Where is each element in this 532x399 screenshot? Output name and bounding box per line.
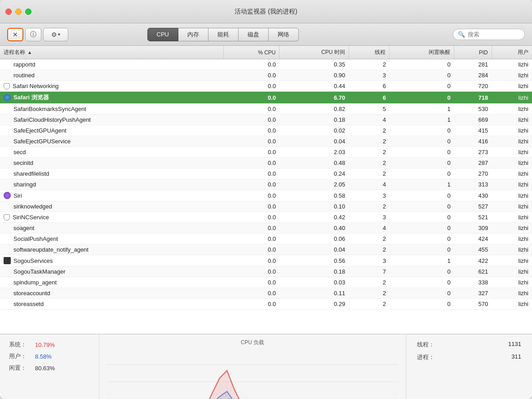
col-threads[interactable]: 线程	[349, 46, 390, 59]
table-row[interactable]: sharedfilelistd0.00.2420270lizhi	[0, 168, 532, 179]
col-name[interactable]: 进程名称 ▲	[0, 46, 223, 59]
process-threads-cell: 2	[349, 59, 390, 70]
process-name-label: SocialPushAgent	[13, 235, 58, 242]
process-cpu-time-cell: 0.42	[279, 212, 349, 223]
table-row[interactable]: softwareupdate_notify_agent0.00.0420455l…	[0, 244, 532, 255]
col-cpu-pct[interactable]: % CPU	[223, 46, 279, 59]
table-row[interactable]: SogouServices0.00.5631422lizhi	[0, 255, 532, 266]
process-name-label: SafariBookmarksSyncAgent	[13, 106, 86, 112]
process-cpu-time-cell: 0.03	[279, 277, 349, 288]
table-row[interactable]: storeassetd0.00.2920570lizhi	[0, 299, 532, 310]
table-row[interactable]: SafeEjectGPUAgent0.00.0220415lizhi	[0, 125, 532, 136]
table-row[interactable]: SafariCloudHistoryPushAgent0.00.1841669l…	[0, 115, 532, 125]
table-row[interactable]: routined0.00.9030284lizhi	[0, 70, 532, 81]
table-row[interactable]: SogouTaskManager0.00.1870621lizhi	[0, 266, 532, 277]
process-user-cell: lizhi	[492, 70, 532, 81]
process-cpu-time-cell: 0.11	[279, 288, 349, 299]
stats-left: 系统：10.79%用户：8.58%闲置：80.63%	[0, 334, 99, 399]
process-name-label: SafeEjectGPUAgent	[13, 127, 66, 134]
table-row[interactable]: SafeEjectGPUService0.00.0420416lizhi	[0, 136, 532, 147]
process-name-cell: SafariBookmarksSyncAgent	[0, 104, 223, 114]
process-idle-wake-cell: 1	[390, 179, 454, 190]
close-button[interactable]: ✕	[5, 9, 12, 15]
table-row[interactable]: secinitd0.00.4820287lizhi	[0, 158, 532, 168]
process-user-cell: lizhi	[492, 288, 532, 299]
tab-group: CPU内存能耗磁盘网络	[147, 28, 299, 41]
process-threads-cell: 4	[349, 223, 390, 234]
info-button[interactable]: ⓘ	[25, 28, 41, 41]
process-cpu-time-cell: 0.18	[279, 115, 349, 125]
table-row[interactable]: secd0.02.0320273lizhi	[0, 147, 532, 158]
process-cpu-pct-cell: 0.0	[223, 244, 279, 255]
process-pid-cell: 669	[454, 115, 492, 125]
tab-network[interactable]: 网络	[269, 28, 299, 41]
table-row[interactable]: Safari 浏览器0.06.7060718lizhi	[0, 92, 532, 104]
process-pid-cell: 621	[454, 266, 492, 277]
process-user-cell: lizhi	[492, 104, 532, 115]
process-user-cell: lizhi	[492, 125, 532, 136]
table-row[interactable]: spindump_agent0.00.0320338lizhi	[0, 277, 532, 288]
process-cpu-time-cell: 0.56	[279, 255, 349, 266]
tab-energy[interactable]: 能耗	[208, 28, 239, 41]
process-name-label: Siri	[13, 192, 22, 199]
siri-icon	[4, 192, 11, 199]
process-name-cell: storeaccountd	[0, 288, 223, 298]
process-user-cell: lizhi	[492, 277, 532, 288]
process-name-label: rapportd	[13, 61, 35, 68]
col-cpu-time[interactable]: CPU 时间	[279, 46, 349, 59]
process-name-label: secd	[13, 149, 26, 155]
stop-button[interactable]: ✕	[7, 28, 23, 41]
table-row[interactable]: SocialPushAgent0.00.0620424lizhi	[0, 234, 532, 244]
process-name-label: storeaccountd	[13, 290, 50, 297]
process-cpu-pct-cell: 0.0	[223, 288, 279, 299]
process-idle-wake-cell: 1	[390, 115, 454, 125]
process-cpu-time-cell: 0.04	[279, 136, 349, 147]
process-pid-cell: 720	[454, 81, 492, 92]
maximize-button[interactable]: +	[25, 9, 31, 15]
table-row[interactable]: sharingd0.02.0541313lizhi	[0, 179, 532, 190]
process-user-cell: lizhi	[492, 299, 532, 310]
process-cpu-time-cell: 0.44	[279, 81, 349, 92]
process-name-cell: Safari 浏览器	[0, 92, 223, 103]
process-idle-wake-cell: 0	[390, 70, 454, 81]
stat-value-right: 1131	[508, 341, 521, 349]
col-pid[interactable]: PID	[454, 46, 492, 59]
process-idle-wake-cell: 0	[390, 168, 454, 179]
process-threads-cell: 3	[349, 190, 390, 201]
process-cpu-pct-cell: 0.0	[223, 190, 279, 201]
table-row[interactable]: SiriNCService0.00.4230521lizhi	[0, 212, 532, 223]
process-idle-wake-cell: 0	[390, 136, 454, 147]
tab-disk[interactable]: 磁盘	[239, 28, 269, 41]
search-box[interactable]: 🔍	[453, 29, 525, 40]
tab-memory[interactable]: 内存	[178, 28, 208, 41]
process-cpu-time-cell: 0.40	[279, 223, 349, 234]
process-idle-wake-cell: 0	[390, 288, 454, 299]
table-row[interactable]: rapportd0.00.3520281lizhi	[0, 59, 532, 70]
process-name-cell: storeassetd	[0, 299, 223, 309]
tab-cpu[interactable]: CPU	[147, 28, 178, 41]
col-user[interactable]: 用户	[492, 46, 532, 59]
table-row[interactable]: Safari Networking0.00.4460720lizhi	[0, 81, 532, 92]
stat-row-right: 线程：1131	[417, 341, 521, 349]
stat-value: 10.79%	[35, 341, 55, 348]
table-row[interactable]: Siri0.00.5830430lizhi	[0, 190, 532, 201]
gear-button[interactable]: ⚙ ▾	[43, 28, 68, 41]
process-cpu-time-cell: 0.02	[279, 125, 349, 136]
process-cpu-time-cell: 0.82	[279, 104, 349, 115]
search-input[interactable]	[468, 31, 517, 38]
col-idle-wake[interactable]: 闲置唤醒	[390, 46, 454, 59]
process-user-cell: lizhi	[492, 223, 532, 234]
process-cpu-pct-cell: 0.0	[223, 104, 279, 115]
table-row[interactable]: SafariBookmarksSyncAgent0.00.8251530lizh…	[0, 104, 532, 115]
shield-icon	[4, 83, 10, 89]
process-pid-cell: 287	[454, 158, 492, 168]
table-row[interactable]: soagent0.00.4040309lizhi	[0, 223, 532, 234]
process-user-cell: lizhi	[492, 81, 532, 92]
process-name-cell: SogouServices	[0, 255, 223, 266]
process-name-cell: siriknowledged	[0, 201, 223, 212]
table-row[interactable]: storeaccountd0.00.1120327lizhi	[0, 288, 532, 299]
process-user-cell: lizhi	[492, 190, 532, 201]
table-row[interactable]: siriknowledged0.00.1020527lizhi	[0, 201, 532, 212]
minimize-button[interactable]: −	[15, 9, 22, 15]
process-name-cell: SafeEjectGPUAgent	[0, 125, 223, 136]
